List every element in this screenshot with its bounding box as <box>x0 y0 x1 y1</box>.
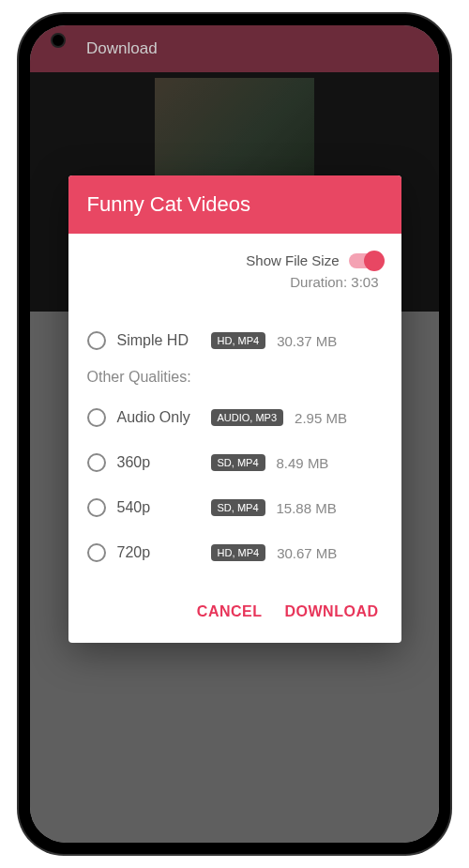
format-badge: HD, MP4 <box>211 544 266 561</box>
quality-option-540p[interactable]: 540p SD, MP4 15.88 MB <box>87 485 383 530</box>
file-size: 8.49 MB <box>277 455 329 471</box>
file-size: 15.88 MB <box>277 500 337 516</box>
dialog-body: Show File Size Duration: 3:03 Simple HD … <box>68 234 401 585</box>
phone-screen: Download Funny Cat Videos Show File Size… <box>30 25 439 843</box>
download-button[interactable]: DOWNLOAD <box>285 603 379 620</box>
option-label: 360p <box>117 454 200 471</box>
format-badge: HD, MP4 <box>211 332 266 349</box>
quality-option-360p[interactable]: 360p SD, MP4 8.49 MB <box>87 440 383 485</box>
phone-frame: Download Funny Cat Videos Show File Size… <box>19 14 450 854</box>
radio-icon <box>87 408 106 427</box>
show-file-size-row: Show File Size <box>87 252 383 268</box>
dialog-overlay: Funny Cat Videos Show File Size Duration… <box>30 72 439 843</box>
other-qualities-label: Other Qualities: <box>87 363 383 395</box>
radio-icon <box>87 453 106 472</box>
download-dialog: Funny Cat Videos Show File Size Duration… <box>68 175 401 643</box>
camera-hole <box>51 33 66 48</box>
show-file-size-toggle[interactable] <box>349 253 383 268</box>
option-label: Audio Only <box>117 409 200 426</box>
dialog-title: Funny Cat Videos <box>68 175 401 234</box>
file-size: 30.37 MB <box>277 333 337 349</box>
radio-icon <box>87 543 106 562</box>
cancel-button[interactable]: CANCEL <box>197 603 263 620</box>
app-bar-title: Download <box>86 39 158 58</box>
quality-option-720p[interactable]: 720p HD, MP4 30.67 MB <box>87 530 383 575</box>
option-label: Simple HD <box>117 332 200 349</box>
option-label: 720p <box>117 544 200 561</box>
duration-label: Duration: 3:03 <box>87 274 383 290</box>
app-bar: Download <box>30 25 439 72</box>
file-size: 2.95 MB <box>295 410 347 426</box>
dialog-actions: CANCEL DOWNLOAD <box>68 585 401 643</box>
format-badge: SD, MP4 <box>211 499 265 516</box>
format-badge: AUDIO, MP3 <box>211 409 284 426</box>
radio-icon <box>87 331 106 350</box>
show-file-size-label: Show File Size <box>246 252 339 268</box>
quality-option-simple-hd[interactable]: Simple HD HD, MP4 30.37 MB <box>87 318 383 363</box>
radio-icon <box>87 498 106 517</box>
quality-option-audio-only[interactable]: Audio Only AUDIO, MP3 2.95 MB <box>87 395 383 440</box>
format-badge: SD, MP4 <box>211 454 265 471</box>
option-label: 540p <box>117 499 200 516</box>
file-size: 30.67 MB <box>277 545 337 561</box>
